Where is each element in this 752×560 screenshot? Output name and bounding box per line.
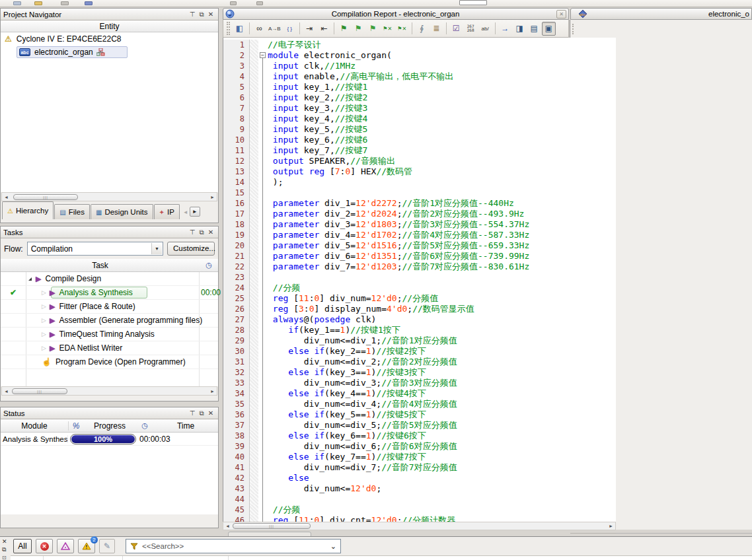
collapsed-arrow-icon[interactable]: ▷ bbox=[42, 331, 46, 337]
code-text: parameter div_3=12'd1803;//音阶3对应分频值--554… bbox=[268, 219, 529, 230]
navigator-hscrollbar[interactable]: ◄ ||| ► bbox=[1, 192, 217, 201]
collapsed-arrow-icon[interactable]: ▷ bbox=[42, 289, 46, 296]
tree-item-entity[interactable]: abc electronic_organ bbox=[1, 46, 218, 59]
code-line: 9 input key_5,//按键5 bbox=[223, 124, 616, 135]
scroll-right-arrow[interactable]: ► bbox=[208, 193, 217, 201]
status-row[interactable]: Analysis & Synthesis 100% 00:00:03 bbox=[1, 433, 218, 446]
float-icon[interactable]: ⧉ bbox=[197, 11, 206, 18]
filter-warnings-button[interactable]: 2 bbox=[78, 539, 95, 553]
tab-label: IP bbox=[167, 208, 174, 216]
code-line: 32 else if(key_3==1)//按键3按下 bbox=[223, 367, 616, 378]
code-line: 19 parameter div_4=12'd1702;//音阶4对应分频值--… bbox=[223, 230, 616, 240]
bookmark-prev-icon[interactable]: ⚑ bbox=[366, 22, 380, 36]
collapsed-arrow-icon[interactable]: ▷ bbox=[42, 345, 46, 351]
attach-icon[interactable]: ∮ bbox=[415, 22, 429, 36]
float-icon[interactable]: ⧉ bbox=[197, 228, 206, 236]
flow-combobox[interactable]: Compilation ▼ bbox=[27, 242, 163, 256]
float-icon[interactable]: ⧉ bbox=[197, 409, 206, 417]
pane-top-icon[interactable]: ▤ bbox=[527, 22, 541, 36]
task-row[interactable]: ▷▶EDA Netlist Writer bbox=[1, 341, 218, 355]
bookmark-next-icon[interactable]: ⚑ bbox=[352, 22, 365, 36]
filter-errors-button[interactable]: ✕ bbox=[36, 539, 53, 553]
scroll-thumb[interactable]: ||| bbox=[13, 194, 78, 200]
expand-arrow-icon[interactable] bbox=[28, 277, 32, 281]
close-icon[interactable]: ✕ bbox=[556, 10, 566, 18]
message-search-box[interactable]: <<Search>> ⌄ bbox=[126, 539, 341, 553]
bookmark-delete-all-icon[interactable]: ⚑✕ bbox=[395, 22, 409, 36]
pin-icon[interactable]: ⊤ bbox=[188, 409, 197, 417]
editor-margin bbox=[250, 494, 258, 505]
task-row[interactable]: ▷▶Assembler (Generate programming files) bbox=[1, 314, 218, 328]
task-label: Assembler (Generate programming files) bbox=[59, 316, 202, 325]
pin-icon[interactable]: ⊤ bbox=[188, 228, 197, 236]
syntax-check-icon[interactable]: ☑ bbox=[449, 22, 463, 36]
editor-margin bbox=[250, 166, 258, 177]
tab-design-units[interactable]: ▦Design Units bbox=[91, 204, 153, 219]
comment-icon[interactable]: ab/ bbox=[478, 22, 492, 36]
unindent-icon[interactable]: ⇤ bbox=[317, 22, 331, 36]
tasks-hscrollbar[interactable]: ◄ ||| ► bbox=[1, 386, 217, 396]
task-row[interactable]: ✔▷▶Analysis & Synthesis00:00 bbox=[1, 286, 218, 300]
flag-messages-button[interactable]: ✎ bbox=[99, 539, 115, 553]
fold-column[interactable]: − bbox=[258, 50, 268, 61]
editor-window-titlebar[interactable]: abc electronic_o bbox=[570, 8, 752, 20]
dock-icon[interactable]: ⊡ bbox=[2, 555, 7, 560]
match-brace-icon[interactable]: { } bbox=[283, 22, 297, 36]
filter-all-button[interactable]: All bbox=[13, 539, 32, 553]
task-row[interactable]: ▶Compile Design bbox=[1, 272, 218, 286]
replace-icon[interactable]: A→B bbox=[267, 22, 282, 36]
pane-full-icon[interactable]: ▣ bbox=[542, 22, 556, 36]
editor-window-icon[interactable]: ◧ bbox=[233, 22, 246, 36]
code-line: 5 input key_1,//按键1 bbox=[223, 82, 616, 92]
close-icon[interactable]: ✕ bbox=[206, 228, 215, 236]
task-row[interactable]: ▷▶Fitter (Place & Route) bbox=[1, 300, 218, 314]
scroll-thumb[interactable]: ||| bbox=[12, 388, 67, 394]
filter-critical-warnings-button[interactable] bbox=[57, 539, 74, 553]
close-icon[interactable]: ✕ bbox=[206, 11, 215, 18]
tab-files[interactable]: ▤Files bbox=[54, 204, 90, 219]
scroll-left-arrow[interactable]: ◄ bbox=[2, 388, 11, 395]
goto-icon[interactable]: → bbox=[498, 22, 512, 36]
customize-button[interactable]: Customize... bbox=[167, 242, 215, 256]
bookmark-icon[interactable]: ⚑ bbox=[337, 22, 351, 36]
tree-item-device[interactable]: ⚠ Cyclone IV E: EP4CE6E22C8 bbox=[1, 32, 218, 46]
code-line: 28 if(key_1==1)//按键1按下 bbox=[223, 325, 616, 335]
scroll-left-arrow[interactable]: ◄ bbox=[2, 193, 11, 201]
critical-warning-icon bbox=[61, 542, 70, 550]
editor-hscrollbar[interactable]: ◄ ||| ► bbox=[223, 522, 616, 530]
scroll-right-arrow[interactable]: ► bbox=[208, 388, 217, 395]
fold-collapse-icon[interactable]: − bbox=[260, 52, 266, 58]
report-window-titlebar[interactable]: Compilation Report - electronic_organ ✕ bbox=[223, 8, 569, 20]
find-icon[interactable]: ∞ bbox=[252, 22, 266, 36]
editor-margin bbox=[250, 346, 258, 357]
line-number: 16 bbox=[223, 198, 250, 209]
float-icon[interactable]: ⧉ bbox=[2, 546, 6, 553]
tab-scroll-right[interactable]: ► bbox=[190, 207, 200, 217]
close-icon[interactable]: ✕ bbox=[206, 409, 215, 417]
tab-hierarchy[interactable]: ⚠Hierarchy bbox=[2, 201, 54, 219]
task-row[interactable]: ▷▶TimeQuest Timing Analysis bbox=[1, 328, 218, 341]
code-editor[interactable]: 1//电子琴设计2−module electronic_organ(3 inpu… bbox=[223, 38, 616, 522]
scroll-right-arrow[interactable]: ► bbox=[607, 522, 615, 530]
pane-left-icon[interactable]: ◨ bbox=[513, 22, 527, 36]
indent-icon[interactable]: ⇥ bbox=[303, 22, 317, 36]
chevron-down-icon[interactable]: ▼ bbox=[151, 243, 162, 254]
bookmark-delete-icon[interactable]: ⚑✕ bbox=[381, 22, 395, 36]
collapsed-arrow-icon[interactable]: ▷ bbox=[42, 303, 46, 310]
tab-scroll-left[interactable]: ◄ bbox=[183, 209, 188, 215]
close-icon[interactable]: ✕ bbox=[2, 538, 7, 545]
script-icon[interactable]: ≣ bbox=[430, 22, 443, 36]
chevron-down-icon[interactable]: ⌄ bbox=[330, 542, 336, 551]
scroll-thumb[interactable]: ||| bbox=[233, 523, 311, 529]
line-number: 37 bbox=[223, 420, 250, 431]
device-warning-icon: ⚠ bbox=[5, 34, 12, 44]
tab-label: Design Units bbox=[104, 208, 147, 216]
fold-column bbox=[258, 230, 268, 240]
line-numbers-icon[interactable]: 267 268 bbox=[464, 22, 478, 36]
task-row[interactable]: ☝Program Device (Open Programmer) bbox=[1, 355, 218, 369]
collapsed-arrow-icon[interactable]: ▷ bbox=[42, 317, 46, 324]
scroll-left-arrow[interactable]: ◄ bbox=[223, 522, 232, 530]
tab-ip[interactable]: ✦IP bbox=[154, 204, 180, 219]
editor-margin bbox=[250, 114, 258, 124]
pin-icon[interactable]: ⊤ bbox=[188, 11, 197, 18]
